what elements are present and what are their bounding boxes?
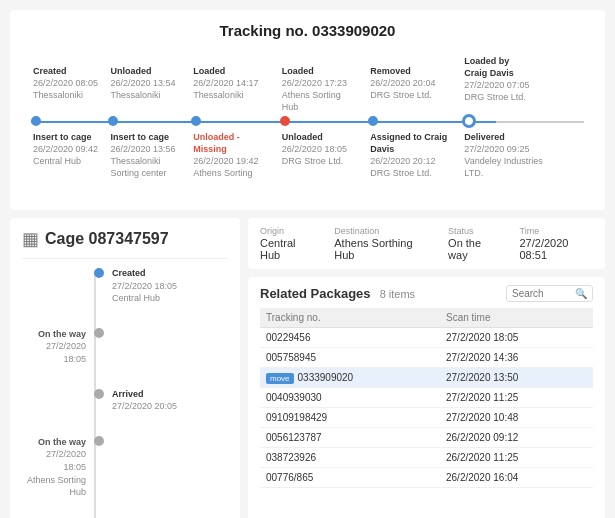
table-row[interactable]: 00575894527/2/2020 14:36 bbox=[260, 348, 593, 368]
table-row[interactable]: 03872392626/2/2020 11:25 bbox=[260, 448, 593, 468]
tl-n4-bt-title: Unloaded bbox=[282, 131, 347, 143]
tl-n3-bt-date: 26/2/2020 19:42 bbox=[193, 155, 258, 167]
scan-cell: 27/2/2020 14:36 bbox=[440, 348, 593, 368]
tl-n1-bt-sub: Central Hub bbox=[33, 155, 98, 167]
tl-n5-date: 26/2/2020 20:04 bbox=[370, 77, 435, 89]
packages-header: Related Packages 8 items 🔍 bbox=[260, 285, 593, 302]
tl-n2-sub: Thessaloniki bbox=[110, 89, 175, 101]
main-timeline: Created 26/2/2020 08:05 Thessaloniki Ins… bbox=[31, 53, 584, 198]
tl-n4-bt-date: 26/2/2020 18:05 bbox=[282, 143, 347, 155]
tl-dot-6 bbox=[462, 114, 476, 128]
tl-n6-title: Loaded byCraig Davis bbox=[464, 55, 529, 79]
scan-cell: 26/2/2020 16:04 bbox=[440, 468, 593, 488]
tl-n2-bt-sub: Thessaloniki Sorting center bbox=[110, 155, 188, 179]
info-col-origin: Origin Central Hub bbox=[260, 226, 314, 261]
tl-n5-bt-title: Assigned to Craig Davis bbox=[370, 131, 448, 155]
tracking-cell: 00776/865 bbox=[260, 468, 440, 488]
tracking-cell: 09109198429 bbox=[260, 408, 440, 428]
scan-cell: 27/2/2020 10:48 bbox=[440, 408, 593, 428]
cage-title: Cage 087347597 bbox=[45, 230, 169, 248]
col-scan: Scan time bbox=[440, 308, 593, 328]
cage-r1-sub: Central Hub bbox=[112, 292, 177, 305]
tracking-cell: 00229456 bbox=[260, 328, 440, 348]
origin-label: Origin bbox=[260, 226, 314, 236]
tl-n3-sub: Thessaloniki bbox=[193, 89, 258, 101]
tl-n6-bt-title: Delivered bbox=[464, 131, 552, 143]
tl-n3-title: Loaded bbox=[193, 65, 258, 77]
tl-n5-sub: DRG Stroe Ltd. bbox=[370, 89, 435, 101]
right-panel: Origin Central Hub Destination Athens So… bbox=[248, 218, 605, 518]
table-row[interactable]: 0910919842927/2/2020 10:48 bbox=[260, 408, 593, 428]
cage-row-4: On the way 27/2/2020 18:05 Athens Sortin… bbox=[22, 435, 228, 499]
table-row[interactable]: 00776/86526/2/2020 16:04 bbox=[260, 468, 593, 488]
table-row[interactable]: 004093903027/2/2020 11:25 bbox=[260, 388, 593, 408]
cage-dot-4 bbox=[94, 436, 104, 446]
tl-n4-title: Loaded bbox=[282, 65, 360, 77]
table-row[interactable]: move033390902027/2/2020 13:50 bbox=[260, 368, 593, 388]
cage-r1-date: 27/2/2020 18:05 bbox=[112, 280, 177, 293]
scan-cell: 26/2/2020 11:25 bbox=[440, 448, 593, 468]
cage-r4-left-date: 27/2/2020 18:05 bbox=[22, 448, 86, 473]
tracking-cell: 038723926 bbox=[260, 448, 440, 468]
cage-r1-title: Created bbox=[112, 267, 177, 280]
tracking-cell: 0040939030 bbox=[260, 388, 440, 408]
status-label: Status bbox=[448, 226, 499, 236]
search-input[interactable] bbox=[512, 288, 572, 299]
table-row[interactable]: 005612378726/2/2020 09:12 bbox=[260, 428, 593, 448]
cage-dot-1 bbox=[94, 268, 104, 278]
cage-r3-date: 27/2/2020 20:05 bbox=[112, 400, 177, 413]
cage-row-2: On the way 27/2/2020 18:05 bbox=[22, 327, 228, 366]
tl-n1-bt-date: 26/2/2020 09:42 bbox=[33, 143, 98, 155]
packages-title: Related Packages bbox=[260, 286, 371, 301]
tl-n4-bt-sub: DRG Stroe Ltd. bbox=[282, 155, 347, 167]
scan-cell: 27/2/2020 11:25 bbox=[440, 388, 593, 408]
info-row: Origin Central Hub Destination Athens So… bbox=[260, 226, 593, 261]
tl-line-blue bbox=[31, 121, 496, 123]
tl-n5-title: Removed bbox=[370, 65, 435, 77]
cage-r3-title: Arrived bbox=[112, 388, 177, 401]
tl-dot-1 bbox=[31, 116, 41, 126]
table-row[interactable]: 0022945627/2/2020 18:05 bbox=[260, 328, 593, 348]
info-col-destination: Destination Athens Sorthing Hub bbox=[334, 226, 428, 261]
tl-n3-bt-sub: Athens Sorting bbox=[193, 167, 258, 179]
tracking-card: Tracking no. 0333909020 Created 26/2/202… bbox=[10, 10, 605, 210]
bottom-section: ▦ Cage 087347597 Created 27/2/2020 18:05 bbox=[10, 218, 605, 518]
tl-n3-bt-title: Unloaded -Missing bbox=[193, 131, 258, 155]
packages-table: Tracking no. Scan time 0022945627/2/2020… bbox=[260, 308, 593, 488]
time-value: 27/2/2020 08:51 bbox=[520, 237, 594, 261]
cage-card: ▦ Cage 087347597 Created 27/2/2020 18:05 bbox=[10, 218, 240, 518]
row-badge: move bbox=[266, 373, 294, 384]
tracking-title: Tracking no. 0333909020 bbox=[26, 22, 589, 39]
cage-row-3: Arrived 27/2/2020 20:05 bbox=[22, 388, 228, 413]
tracking-cell: move0333909020 bbox=[260, 368, 440, 388]
status-value: On the way bbox=[448, 237, 499, 261]
tl-n2-title: Unloaded bbox=[110, 65, 175, 77]
time-label: Time bbox=[520, 226, 594, 236]
info-col-status: Status On the way bbox=[448, 226, 499, 261]
tl-dot-2 bbox=[108, 116, 118, 126]
tl-n1-sub: Thessaloniki bbox=[33, 89, 98, 101]
packages-count: 8 items bbox=[380, 288, 415, 300]
scan-cell: 26/2/2020 09:12 bbox=[440, 428, 593, 448]
packages-tbody: 0022945627/2/2020 18:0500575894527/2/202… bbox=[260, 328, 593, 488]
tl-n6-sub: DRG Stroe Ltd. bbox=[464, 91, 529, 103]
tl-n6-bt-sub: Vandeley Industries LTD. bbox=[464, 155, 552, 179]
search-box[interactable]: 🔍 bbox=[506, 285, 593, 302]
tl-n5-bt-sub: DRG Stroe Ltd. bbox=[370, 167, 448, 179]
col-tracking: Tracking no. bbox=[260, 308, 440, 328]
table-header-row: Tracking no. Scan time bbox=[260, 308, 593, 328]
tl-n2-date: 26/2/2020 13:54 bbox=[110, 77, 175, 89]
tl-dot-3 bbox=[191, 116, 201, 126]
tl-n6-date: 27/2/2020 07:05 bbox=[464, 79, 529, 91]
tl-n2-bt-date: 26/2/2020 13:56 bbox=[110, 143, 188, 155]
info-col-time: Time 27/2/2020 08:51 bbox=[520, 226, 594, 261]
scan-cell: 27/2/2020 13:50 bbox=[440, 368, 593, 388]
origin-value: Central Hub bbox=[260, 237, 314, 261]
page: Tracking no. 0333909020 Created 26/2/202… bbox=[0, 0, 615, 518]
tl-n2-bt-title: Insert to cage bbox=[110, 131, 188, 143]
tl-dot-4 bbox=[280, 116, 290, 126]
tl-n3-date: 26/2/2020 14:17 bbox=[193, 77, 258, 89]
search-icon: 🔍 bbox=[575, 288, 587, 299]
info-card: Origin Central Hub Destination Athens So… bbox=[248, 218, 605, 269]
cage-dot-2 bbox=[94, 328, 104, 338]
